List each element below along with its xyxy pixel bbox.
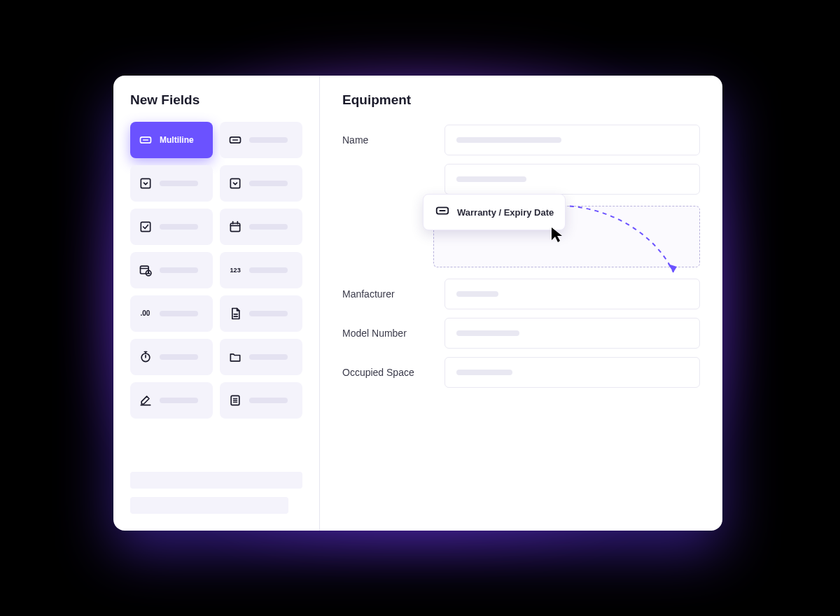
tile-skeleton bbox=[249, 137, 288, 143]
field-type-tile[interactable] bbox=[130, 209, 213, 245]
input-skeleton bbox=[456, 330, 519, 336]
svg-rect-5 bbox=[230, 178, 239, 188]
field-type-tile[interactable] bbox=[220, 382, 302, 419]
field-type-tile[interactable]: .00 bbox=[130, 295, 213, 332]
field-type-tile[interactable]: Multiline bbox=[130, 122, 213, 158]
sidebar-title: New Fields bbox=[130, 92, 302, 108]
form-canvas: Equipment Name..Warranty / Expiry DateMa… bbox=[320, 76, 722, 531]
form-field-row: Manfacturer bbox=[342, 279, 700, 309]
file-icon bbox=[228, 307, 242, 321]
sidebar-footer bbox=[130, 472, 302, 514]
tile-skeleton bbox=[249, 267, 288, 273]
edit-icon bbox=[139, 393, 153, 407]
field-type-tile[interactable]: 123 bbox=[220, 252, 302, 288]
svg-rect-7 bbox=[230, 223, 239, 232]
field-input[interactable] bbox=[444, 357, 700, 388]
footer-skeleton bbox=[130, 497, 288, 514]
text-box-icon bbox=[435, 203, 450, 221]
field-input[interactable] bbox=[444, 125, 700, 155]
tile-skeleton bbox=[160, 311, 198, 316]
calendar-icon bbox=[228, 220, 242, 234]
folder-icon bbox=[228, 350, 242, 364]
number-icon: 123 bbox=[228, 263, 242, 277]
tile-skeleton bbox=[160, 224, 198, 230]
input-skeleton bbox=[456, 370, 512, 375]
svg-rect-6 bbox=[141, 222, 150, 231]
svg-text:.00: .00 bbox=[141, 309, 150, 317]
tile-label: Multiline bbox=[160, 135, 194, 145]
field-type-tile[interactable] bbox=[220, 209, 302, 245]
field-label: Occupied Space bbox=[342, 367, 433, 378]
form-field-row: . bbox=[342, 164, 700, 195]
form-builder-panel: New Fields Multiline123.00 Equipment Nam… bbox=[113, 76, 722, 531]
field-label: Model Number bbox=[342, 328, 433, 339]
field-type-tile[interactable] bbox=[220, 122, 302, 158]
field-type-tile[interactable] bbox=[220, 295, 302, 332]
field-type-tile[interactable] bbox=[130, 382, 213, 419]
tile-skeleton bbox=[249, 398, 288, 403]
input-skeleton bbox=[456, 291, 498, 297]
tile-skeleton bbox=[160, 267, 198, 273]
field-label: Name bbox=[342, 134, 433, 146]
form-field-row: Model Number bbox=[342, 318, 700, 349]
field-label: Manfacturer bbox=[342, 288, 433, 300]
svg-text:123: 123 bbox=[230, 267, 241, 274]
footer-skeleton bbox=[130, 472, 302, 489]
decimal-icon: .00 bbox=[139, 307, 153, 321]
calendar-clock-icon bbox=[139, 263, 153, 277]
field-type-tile[interactable] bbox=[220, 339, 302, 375]
field-input[interactable] bbox=[444, 164, 700, 195]
field-input[interactable] bbox=[444, 318, 700, 349]
input-skeleton bbox=[456, 176, 526, 182]
field-type-tile[interactable] bbox=[130, 165, 213, 202]
dropdown-icon bbox=[139, 176, 153, 190]
list-icon bbox=[228, 393, 242, 407]
form-field-row: Name bbox=[342, 125, 700, 155]
tile-skeleton bbox=[160, 181, 198, 186]
form-title: Equipment bbox=[342, 92, 700, 108]
checkbox-icon bbox=[139, 220, 153, 234]
new-fields-sidebar: New Fields Multiline123.00 bbox=[113, 76, 320, 531]
field-input[interactable] bbox=[444, 279, 700, 309]
tile-skeleton bbox=[249, 181, 288, 186]
tile-skeleton bbox=[160, 398, 198, 403]
text-box-icon bbox=[228, 133, 242, 147]
dragging-field-chip[interactable]: Warranty / Expiry Date bbox=[423, 194, 566, 230]
dropdown-icon bbox=[228, 176, 242, 190]
field-type-tile[interactable] bbox=[130, 252, 213, 288]
form-field-row: Occupied Space bbox=[342, 357, 700, 388]
timer-icon bbox=[139, 350, 153, 364]
text-box-icon bbox=[139, 133, 153, 147]
field-type-tile[interactable] bbox=[130, 339, 213, 375]
chip-label: Warranty / Expiry Date bbox=[457, 207, 554, 218]
tile-skeleton bbox=[249, 224, 288, 230]
cursor-pointer-icon bbox=[550, 226, 566, 244]
field-type-tile[interactable] bbox=[220, 165, 302, 202]
svg-rect-11 bbox=[141, 266, 149, 274]
input-skeleton bbox=[456, 137, 561, 143]
drop-zone[interactable]: .Warranty / Expiry Date bbox=[342, 203, 700, 270]
svg-rect-4 bbox=[141, 178, 150, 188]
tile-skeleton bbox=[249, 311, 288, 316]
tile-skeleton bbox=[160, 354, 198, 360]
tile-skeleton bbox=[249, 354, 288, 360]
